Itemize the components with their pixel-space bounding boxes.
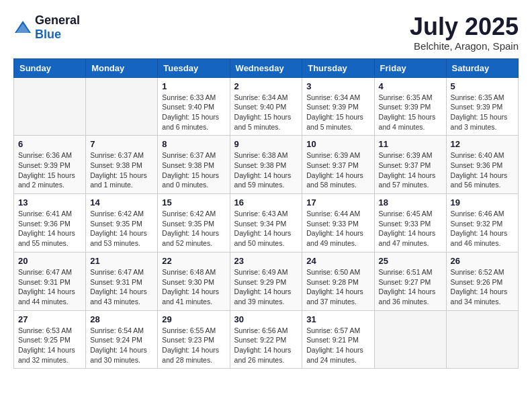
calendar-cell (446, 310, 518, 369)
day-info: Sunrise: 6:43 AM Sunset: 9:34 PM Dayligh… (234, 209, 298, 248)
day-number: 27 (18, 314, 81, 324)
calendar-cell: 7Sunrise: 6:37 AM Sunset: 9:38 PM Daylig… (86, 136, 158, 194)
day-number: 15 (162, 197, 225, 208)
calendar-cell: 12Sunrise: 6:40 AM Sunset: 9:36 PM Dayli… (446, 136, 518, 194)
day-info: Sunrise: 6:47 AM Sunset: 9:31 PM Dayligh… (18, 267, 81, 307)
calendar-cell: 22Sunrise: 6:48 AM Sunset: 9:30 PM Dayli… (158, 252, 230, 310)
calendar-cell: 8Sunrise: 6:37 AM Sunset: 9:38 PM Daylig… (158, 136, 230, 194)
day-info: Sunrise: 6:37 AM Sunset: 9:38 PM Dayligh… (90, 150, 153, 190)
day-info: Sunrise: 6:50 AM Sunset: 9:28 PM Dayligh… (306, 267, 369, 307)
day-number: 10 (306, 139, 369, 149)
day-info: Sunrise: 6:45 AM Sunset: 9:33 PM Dayligh… (379, 209, 442, 248)
calendar-week-row: 13Sunrise: 6:41 AM Sunset: 9:36 PM Dayli… (14, 194, 519, 253)
day-number: 16 (234, 197, 298, 208)
day-number: 19 (451, 197, 514, 208)
calendar-cell: 18Sunrise: 6:45 AM Sunset: 9:33 PM Dayli… (374, 194, 446, 253)
calendar-table: SundayMondayTuesdayWednesdayThursdayFrid… (13, 58, 519, 369)
calendar-cell: 26Sunrise: 6:52 AM Sunset: 9:26 PM Dayli… (446, 252, 518, 310)
day-info: Sunrise: 6:55 AM Sunset: 9:23 PM Dayligh… (162, 326, 225, 365)
calendar-cell: 4Sunrise: 6:35 AM Sunset: 9:39 PM Daylig… (374, 77, 446, 136)
weekday-header-monday: Monday (86, 58, 158, 77)
calendar-cell: 28Sunrise: 6:54 AM Sunset: 9:24 PM Dayli… (86, 310, 158, 369)
day-info: Sunrise: 6:54 AM Sunset: 9:24 PM Dayligh… (90, 326, 153, 365)
calendar-cell: 24Sunrise: 6:50 AM Sunset: 9:28 PM Dayli… (302, 252, 374, 310)
day-info: Sunrise: 6:42 AM Sunset: 9:35 PM Dayligh… (162, 209, 225, 248)
calendar-cell (374, 310, 446, 369)
calendar-week-row: 6Sunrise: 6:36 AM Sunset: 9:39 PM Daylig… (14, 136, 519, 194)
calendar-cell: 3Sunrise: 6:34 AM Sunset: 9:39 PM Daylig… (302, 77, 374, 136)
day-number: 5 (451, 81, 514, 91)
day-info: Sunrise: 6:40 AM Sunset: 9:36 PM Dayligh… (451, 150, 514, 190)
day-number: 30 (234, 314, 298, 324)
weekday-header-saturday: Saturday (446, 58, 518, 77)
logo: General Blue (13, 13, 80, 42)
calendar-cell: 25Sunrise: 6:51 AM Sunset: 9:27 PM Dayli… (374, 252, 446, 310)
day-number: 25 (379, 256, 442, 266)
page-header: General Blue July 2025 Belchite, Aragon,… (13, 13, 519, 52)
logo-icon (13, 18, 32, 37)
day-number: 17 (306, 197, 369, 208)
day-info: Sunrise: 6:48 AM Sunset: 9:30 PM Dayligh… (162, 267, 225, 307)
title-block: July 2025 Belchite, Aragon, Spain (410, 13, 519, 52)
day-number: 23 (234, 256, 298, 266)
calendar-cell: 13Sunrise: 6:41 AM Sunset: 9:36 PM Dayli… (14, 194, 86, 253)
day-info: Sunrise: 6:36 AM Sunset: 9:39 PM Dayligh… (18, 150, 81, 190)
calendar-week-row: 27Sunrise: 6:53 AM Sunset: 9:25 PM Dayli… (14, 310, 519, 369)
day-number: 1 (162, 81, 225, 91)
day-info: Sunrise: 6:33 AM Sunset: 9:40 PM Dayligh… (162, 93, 225, 132)
day-number: 8 (162, 139, 225, 149)
calendar-cell: 30Sunrise: 6:56 AM Sunset: 9:22 PM Dayli… (230, 310, 302, 369)
day-info: Sunrise: 6:47 AM Sunset: 9:31 PM Dayligh… (90, 267, 153, 307)
day-number: 14 (90, 197, 153, 208)
day-number: 31 (306, 314, 369, 324)
day-number: 26 (451, 256, 514, 266)
weekday-header-friday: Friday (374, 58, 446, 77)
calendar-cell: 1Sunrise: 6:33 AM Sunset: 9:40 PM Daylig… (158, 77, 230, 136)
day-number: 9 (234, 139, 298, 149)
logo-text: General Blue (35, 13, 80, 42)
calendar-cell: 17Sunrise: 6:44 AM Sunset: 9:33 PM Dayli… (302, 194, 374, 253)
day-number: 4 (379, 81, 442, 91)
day-info: Sunrise: 6:44 AM Sunset: 9:33 PM Dayligh… (306, 209, 369, 248)
day-number: 28 (90, 314, 153, 324)
calendar-cell: 20Sunrise: 6:47 AM Sunset: 9:31 PM Dayli… (14, 252, 86, 310)
calendar-cell: 5Sunrise: 6:35 AM Sunset: 9:39 PM Daylig… (446, 77, 518, 136)
day-info: Sunrise: 6:57 AM Sunset: 9:21 PM Dayligh… (306, 326, 369, 365)
day-number: 20 (18, 256, 81, 266)
day-info: Sunrise: 6:52 AM Sunset: 9:26 PM Dayligh… (451, 267, 514, 307)
day-info: Sunrise: 6:38 AM Sunset: 9:38 PM Dayligh… (234, 150, 298, 190)
weekday-header-wednesday: Wednesday (230, 58, 302, 77)
logo-general: General (35, 13, 80, 27)
day-number: 29 (162, 314, 225, 324)
calendar-cell: 31Sunrise: 6:57 AM Sunset: 9:21 PM Dayli… (302, 310, 374, 369)
month-title: July 2025 (410, 13, 519, 40)
calendar-cell: 11Sunrise: 6:39 AM Sunset: 9:37 PM Dayli… (374, 136, 446, 194)
calendar-cell (86, 77, 158, 136)
day-info: Sunrise: 6:35 AM Sunset: 9:39 PM Dayligh… (451, 93, 514, 132)
calendar-cell: 21Sunrise: 6:47 AM Sunset: 9:31 PM Dayli… (86, 252, 158, 310)
weekday-header-sunday: Sunday (14, 58, 86, 77)
day-info: Sunrise: 6:39 AM Sunset: 9:37 PM Dayligh… (379, 150, 442, 190)
day-info: Sunrise: 6:35 AM Sunset: 9:39 PM Dayligh… (379, 93, 442, 132)
weekday-header-tuesday: Tuesday (158, 58, 230, 77)
day-number: 3 (306, 81, 369, 91)
day-number: 7 (90, 139, 153, 149)
day-number: 13 (18, 197, 81, 208)
day-number: 24 (306, 256, 369, 266)
weekday-header-row: SundayMondayTuesdayWednesdayThursdayFrid… (14, 58, 519, 77)
day-number: 12 (451, 139, 514, 149)
day-number: 18 (379, 197, 442, 208)
calendar-cell: 23Sunrise: 6:49 AM Sunset: 9:29 PM Dayli… (230, 252, 302, 310)
day-info: Sunrise: 6:56 AM Sunset: 9:22 PM Dayligh… (234, 326, 298, 365)
day-number: 21 (90, 256, 153, 266)
calendar-cell: 15Sunrise: 6:42 AM Sunset: 9:35 PM Dayli… (158, 194, 230, 253)
calendar-cell: 2Sunrise: 6:34 AM Sunset: 9:40 PM Daylig… (230, 77, 302, 136)
calendar-cell: 10Sunrise: 6:39 AM Sunset: 9:37 PM Dayli… (302, 136, 374, 194)
location-subtitle: Belchite, Aragon, Spain (410, 40, 519, 52)
calendar-cell: 27Sunrise: 6:53 AM Sunset: 9:25 PM Dayli… (14, 310, 86, 369)
calendar-week-row: 20Sunrise: 6:47 AM Sunset: 9:31 PM Dayli… (14, 252, 519, 310)
day-info: Sunrise: 6:37 AM Sunset: 9:38 PM Dayligh… (162, 150, 225, 190)
calendar-week-row: 1Sunrise: 6:33 AM Sunset: 9:40 PM Daylig… (14, 77, 519, 136)
day-info: Sunrise: 6:51 AM Sunset: 9:27 PM Dayligh… (379, 267, 442, 307)
day-number: 2 (234, 81, 298, 91)
